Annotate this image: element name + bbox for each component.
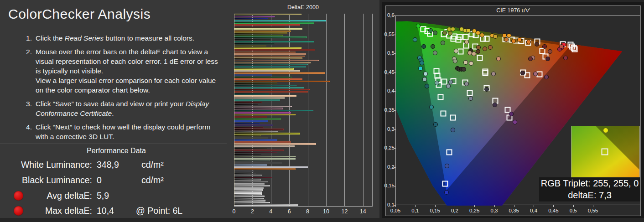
deltae-error-bar[interactable] [234, 108, 283, 109]
deltae-error-bar[interactable] [234, 70, 300, 72]
deltae-error-bar[interactable] [234, 168, 296, 170]
deltae-error-bar[interactable] [234, 14, 301, 15]
deltae-error-bar[interactable] [234, 110, 313, 111]
deltae-error-bar[interactable] [234, 72, 325, 73]
target-square-marker [467, 90, 473, 96]
deltae-error-bar[interactable] [234, 158, 296, 160]
deltae-error-bar[interactable] [234, 32, 287, 34]
deltae-error-bar[interactable] [234, 64, 308, 65]
deltae-error-bar[interactable] [234, 116, 267, 118]
deltae-error-bar[interactable] [234, 141, 291, 143]
deltae-error-bar[interactable] [234, 28, 302, 30]
deltae-error-bar[interactable] [234, 52, 296, 53]
deltae-error-bar[interactable] [234, 170, 254, 172]
deltae-error-bar[interactable] [234, 193, 262, 195]
deltae-error-bar[interactable] [234, 133, 300, 134]
deltae-error-bar[interactable] [234, 78, 302, 80]
deltae-error-bar[interactable] [234, 131, 278, 132]
deltae-error-bar[interactable] [234, 204, 298, 205]
cie-x-tick-label: 0,4 [526, 208, 541, 213]
deltae-error-bar[interactable] [234, 77, 292, 78]
cie-y-tick [394, 129, 395, 130]
deltae-error-bar[interactable] [234, 189, 263, 191]
deltae-error-bar[interactable] [234, 31, 291, 32]
deltae-error-bar[interactable] [234, 36, 307, 38]
deltae-error-bar[interactable] [234, 173, 255, 174]
deltae-error-bar[interactable] [234, 22, 314, 23]
deltae-error-bar[interactable] [234, 26, 285, 28]
deltae-error-bar[interactable] [234, 89, 310, 90]
deltae-error-bar[interactable] [234, 160, 270, 161]
deltae-error-bar[interactable] [234, 175, 262, 176]
deltae-error-bar[interactable] [234, 179, 261, 180]
deltae-error-bar[interactable] [234, 66, 306, 67]
deltae-error-bar[interactable] [234, 93, 269, 94]
deltae-error-bar[interactable] [234, 181, 268, 182]
deltae-error-bar[interactable] [234, 185, 270, 186]
deltae-error-bar[interactable] [234, 187, 264, 189]
deltae-error-bar[interactable] [234, 41, 314, 42]
deltae-error-bar[interactable] [234, 196, 265, 197]
deltae-error-bar[interactable] [234, 154, 262, 155]
deltae-error-bar[interactable] [234, 202, 270, 203]
deltae-error-bar[interactable] [234, 53, 306, 55]
deltae-error-bar[interactable] [234, 114, 296, 115]
deltae-error-bar[interactable] [234, 124, 273, 126]
deltae-error-bar[interactable] [234, 106, 292, 107]
deltae-error-bar[interactable] [234, 145, 295, 147]
deltae-error-bar[interactable] [234, 112, 291, 114]
deltae-error-bar[interactable] [234, 85, 296, 86]
deltae-error-bar[interactable] [234, 102, 262, 103]
deltae-error-bar[interactable] [234, 74, 272, 76]
deltae-error-bar[interactable] [234, 118, 281, 119]
deltae-error-bar[interactable] [234, 166, 308, 168]
deltae-error-bar[interactable] [234, 123, 260, 124]
deltae-error-bar[interactable] [234, 150, 284, 151]
target-square-marker [484, 36, 490, 41]
deltae-error-bar[interactable] [234, 162, 282, 164]
deltae-error-bar[interactable] [234, 139, 277, 140]
deltae-error-bar[interactable] [234, 127, 264, 128]
measured-point-marker [504, 37, 509, 42]
deltae-error-bar[interactable] [234, 156, 296, 157]
deltae-error-bar[interactable] [234, 57, 302, 59]
deltae-error-bar[interactable] [234, 47, 301, 48]
deltae-error-bar[interactable] [234, 20, 326, 21]
deltae-error-bar[interactable] [234, 81, 330, 82]
deltae-error-bar[interactable] [234, 91, 308, 93]
deltae-error-bar[interactable] [234, 35, 283, 36]
deltae-error-bar[interactable] [234, 39, 271, 40]
deltae-error-bar[interactable] [234, 152, 277, 153]
deltae-error-bar[interactable] [234, 120, 268, 122]
deltae-error-bar[interactable] [234, 83, 277, 84]
deltae-error-bar[interactable] [234, 191, 262, 193]
deltae-error-bar[interactable] [234, 183, 265, 185]
deltae-error-bar[interactable] [234, 16, 275, 17]
deltae-error-bar[interactable] [234, 143, 316, 145]
deltae-error-bar[interactable] [234, 43, 275, 44]
deltae-error-bar[interactable] [234, 62, 311, 63]
deltae-error-bar[interactable] [234, 68, 294, 69]
deltae-error-bar[interactable] [234, 60, 319, 61]
deltae-error-bar[interactable] [234, 87, 304, 88]
deltae-error-bar[interactable] [234, 135, 261, 136]
deltae-error-bar[interactable] [234, 137, 268, 139]
deltae-error-bar[interactable] [234, 95, 296, 97]
deltae-error-bar[interactable] [234, 18, 268, 19]
deltae-error-bar[interactable] [234, 103, 258, 105]
measured-point-marker [469, 61, 473, 66]
deltae-error-bar[interactable] [234, 99, 280, 101]
x-axis-tick-label: 10 [320, 208, 332, 215]
deltae-error-bar[interactable] [234, 97, 285, 98]
deltae-error-bar[interactable] [234, 129, 284, 130]
deltae-error-bar[interactable] [234, 24, 300, 26]
deltae-error-bar[interactable] [234, 148, 267, 149]
deltae-error-bar[interactable] [234, 45, 266, 46]
deltae-error-bar[interactable] [234, 198, 264, 199]
deltae-error-bar[interactable] [234, 49, 315, 51]
deltae-error-bar[interactable] [234, 56, 305, 57]
deltae-error-bar[interactable] [234, 177, 272, 178]
deltae-error-bar[interactable] [234, 200, 265, 201]
colorchecker-analysis-screen: ColorChecker Analysis 1.Click the Read S… [0, 0, 644, 222]
deltae-error-bar[interactable] [234, 164, 267, 165]
